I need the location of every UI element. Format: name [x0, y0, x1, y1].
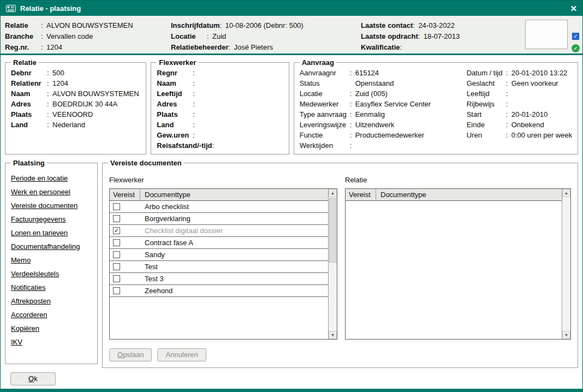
table-row[interactable]: Borgverklaring [110, 213, 328, 225]
sidebar-link-factuurgegevens[interactable]: Factuurgegevens [11, 216, 66, 223]
vereiste-documenten-panel: Vereiste documenten Flexwerker Vereist D… [102, 159, 578, 368]
table-header: Vereist Documenttype [346, 189, 562, 201]
doc-label: Contract fase A [140, 239, 328, 247]
relatie-documents-table: Vereist Documenttype ▲ ▼ [345, 188, 571, 340]
field-row: Start:20-01-2010 [467, 109, 572, 120]
scrollbar[interactable]: ▲ ▼ [328, 189, 337, 339]
header-field: Kwalificatie: [361, 42, 460, 53]
relatie-documents-title: Relatie [345, 176, 571, 184]
field-row: Type aanvraag:Eenmalig [300, 109, 467, 120]
header-field: Inschrijfdatum:10-08-2006 (Debnr: 500) [171, 20, 304, 31]
plaatsing-nav-panel: Plaatsing Periode en locatie Werk en per… [5, 159, 98, 364]
scrollbar-thumb[interactable] [329, 198, 336, 263]
header-field: Laatste contact:24-03-2022 [361, 20, 460, 31]
field-row: Relatienr:1204 [11, 78, 140, 88]
doc-checkbox[interactable]: ✓ [113, 227, 120, 234]
doc-label: Test [140, 263, 328, 271]
header-field: Relatiebeheerder:José Pieters [171, 42, 304, 53]
column-header-documenttype: Documenttype [376, 189, 562, 200]
sidebar-link-notificaties[interactable]: Notificaties [11, 284, 46, 291]
aanvraag-panel-legend: Aanvraag [300, 58, 336, 67]
sidebar-link-accorderen[interactable]: Accorderen [11, 311, 47, 318]
field-row: Werktijden: [300, 140, 467, 151]
field-row: Gew.uren: [157, 130, 283, 140]
field-row: Uren:0:00 uren per week [467, 130, 572, 140]
scroll-up-icon[interactable]: ▲ [562, 189, 570, 197]
field-row: Geslacht:Geen voorkeur [467, 78, 572, 88]
field-row: Land:Nederland [11, 120, 140, 130]
field-row: Locatie:Zuid (005) [300, 88, 467, 99]
close-icon[interactable]: ✕ [570, 4, 577, 13]
header-field: Reg.nr.:1204 [5, 42, 133, 53]
field-row: Adres:BOEDRDIJK 30 44A [11, 99, 140, 109]
flexwerker-panel-legend: Flexwerker [157, 58, 198, 67]
field-row: Medewerker:Easyflex Service Center [300, 99, 467, 109]
flexwerker-documents-section: Flexwerker Vereist Documenttype Arbo che… [109, 168, 337, 361]
vereiste-documenten-legend: Vereiste documenten [108, 159, 184, 167]
ok-button[interactable]: Ok [10, 372, 56, 385]
header-checkbox[interactable]: ✓ [572, 33, 579, 40]
footer: Ok [5, 368, 578, 385]
field-row: Leveringswijze:Uitzendwerk [300, 120, 467, 130]
sidebar-link-ikv[interactable]: IKV [11, 338, 22, 346]
header-field: Relatie:ALVON BOUWSYSTEMEN [5, 20, 133, 31]
field-row: Leeftijd: [467, 88, 572, 99]
scrollbar[interactable]: ▲ ▼ [562, 189, 570, 339]
sidebar-link-documentafhandeling[interactable]: Documentafhandeling [11, 243, 80, 250]
field-row: Naam: [157, 78, 283, 88]
field-row: Rijbewijs: [467, 99, 572, 109]
doc-checkbox[interactable] [113, 251, 120, 258]
doc-checkbox[interactable] [113, 263, 120, 270]
field-row: Reisafstand/-tijd: [157, 140, 283, 151]
field-row: Land: [157, 120, 283, 130]
header-field: Laatste opdracht:18-07-2013 [361, 31, 460, 42]
table-row[interactable]: Test [110, 261, 328, 273]
column-header-documenttype: Documenttype [140, 189, 328, 200]
table-row[interactable]: Contract fase A [110, 237, 328, 249]
annuleren-button[interactable]: Annuleren [157, 348, 206, 361]
status-ok-icon: ✓ [572, 44, 580, 52]
field-row: Datum / tijd:20-01-2010 13:22 [467, 68, 572, 78]
relatie-panel: Relatie Debnr:500 Relatienr:1204 Naam:AL… [5, 58, 146, 155]
sidebar-link-memo[interactable]: Memo [11, 257, 31, 264]
doc-checkbox[interactable] [113, 275, 120, 282]
header-field: Branche:Vervallen code [5, 31, 133, 42]
sidebar-link-werk-en-personeel[interactable]: Werk en personeel [11, 188, 70, 195]
doc-checkbox[interactable] [113, 239, 120, 246]
sidebar-link-aftrekposten[interactable]: Aftrekposten [11, 298, 51, 305]
sidebar-link-periode-en-locatie[interactable]: Periode en locatie [11, 175, 68, 182]
doc-checkbox[interactable] [113, 287, 120, 294]
header-column-laatste: Laatste contact:24-03-2022 Laatste opdra… [361, 20, 460, 53]
doc-label: Borgverklaring [140, 215, 328, 223]
doc-checkbox[interactable] [113, 215, 120, 222]
field-row: Debnr:500 [11, 68, 140, 78]
relatie-documents-section: Relatie Vereist Documenttype ▲ [345, 168, 571, 361]
sidebar-link-lonen-en-tarieven[interactable]: Lonen en tarieven [11, 229, 68, 236]
table-row[interactable]: Arbo checklist [110, 201, 328, 213]
field-row: Naam:ALVON BOUWSYSTEMEN [11, 88, 140, 99]
table-row[interactable]: Zeehond [110, 285, 328, 297]
header-column-relatie: Relatie:ALVON BOUWSYSTEMEN Branche:Verva… [5, 20, 133, 53]
aanvraag-left-column: Aanvraagnr:615124 StatusOpenstaand Locat… [300, 68, 467, 151]
sidebar-link-kopieren[interactable]: Kopiëren [11, 325, 39, 332]
field-row: Functie:Productiemedewerker [300, 130, 467, 140]
table-row[interactable]: Test 3 [110, 273, 328, 285]
field-row: Aanvraagnr:615124 [300, 68, 467, 78]
doc-checkbox[interactable] [113, 203, 120, 210]
sidebar-link-verdeelsleutels[interactable]: Verdeelsleutels [11, 270, 59, 277]
relation-summary-header: Relatie:ALVON BOUWSYSTEMEN Branche:Verva… [1, 16, 582, 55]
field-row: Einde:Onbekend [467, 120, 572, 130]
table-row[interactable]: ✓Checklist digitaal dossier [110, 225, 328, 237]
scroll-down-icon[interactable]: ▼ [329, 331, 337, 339]
opslaan-button[interactable]: Opslaan [109, 348, 152, 361]
relatie-plaatsing-window: Relatie - plaatsing ✕ Relatie:ALVON BOUW… [0, 0, 583, 392]
scroll-down-icon[interactable]: ▼ [562, 331, 570, 339]
relatie-panel-legend: Relatie [11, 58, 39, 67]
sidebar-link-vereiste-documenten[interactable]: Vereiste documenten [11, 202, 78, 209]
scroll-up-icon[interactable]: ▲ [329, 189, 337, 197]
table-row[interactable]: Sandy [110, 249, 328, 261]
field-row: Adres: [157, 99, 283, 109]
column-header-vereist: Vereist [110, 189, 140, 200]
field-row: StatusOpenstaand [300, 78, 467, 88]
doc-label: Arbo checklist [140, 203, 328, 211]
